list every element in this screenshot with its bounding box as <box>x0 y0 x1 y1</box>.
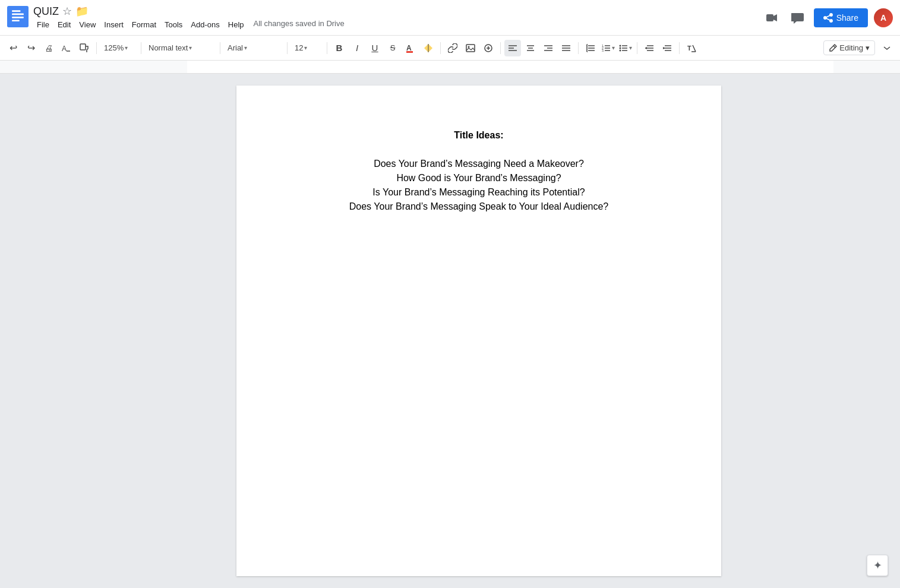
title-lines: Does Your Brand’s Messaging Need a Makeo… <box>293 157 664 214</box>
menu-addons[interactable]: Add-ons <box>187 19 223 30</box>
svg-rect-2 <box>12 13 24 15</box>
edit-pencil-icon <box>829 44 837 52</box>
print-button[interactable]: 🖨 <box>40 40 57 56</box>
account-avatar[interactable]: A <box>874 8 893 27</box>
sidebar-left <box>0 74 124 588</box>
svg-rect-1 <box>12 10 20 12</box>
sep-8 <box>578 42 579 54</box>
svg-rect-13 <box>466 45 475 52</box>
insert-more-button[interactable] <box>480 40 497 56</box>
sep-2 <box>141 42 141 54</box>
toolbar: ↩ ↪ 🖨 A 125% ▾ Normal text ▾ Arial ▾ 12 … <box>0 36 900 61</box>
num-list-arrow: ▾ <box>612 45 615 51</box>
zoom-dropdown[interactable]: 125% ▾ <box>100 39 137 57</box>
paint-format-button[interactable] <box>76 40 93 56</box>
highlight-button[interactable] <box>420 40 437 56</box>
spellcheck-button[interactable]: A <box>58 40 75 56</box>
underline-icon: U <box>372 43 378 53</box>
align-left-button[interactable] <box>504 40 521 56</box>
page-area: Title Ideas: Does Your Brand’s Messaging… <box>124 74 833 588</box>
zoom-arrow: ▾ <box>125 45 128 51</box>
explore-button[interactable]: ✦ <box>867 555 888 576</box>
top-bar: QUIZ ☆ 📁 File Edit View Insert Format To… <box>0 0 900 36</box>
sep-3 <box>220 42 220 54</box>
comments-icon[interactable] <box>788 8 808 28</box>
share-button[interactable]: Share <box>814 8 868 27</box>
menu-tools[interactable]: Tools <box>161 19 186 30</box>
document-page[interactable]: Title Ideas: Does Your Brand’s Messaging… <box>236 86 721 576</box>
share-label: Share <box>836 13 858 23</box>
menu-view[interactable]: View <box>75 19 99 30</box>
menu-file[interactable]: File <box>33 19 53 30</box>
expand-toolbar-button[interactable] <box>879 40 895 56</box>
font-value: Arial <box>228 43 243 52</box>
svg-point-39 <box>620 45 621 46</box>
title-line-3: Is Your Brand’s Messaging Reaching its P… <box>293 185 664 200</box>
font-dropdown[interactable]: Arial ▾ <box>224 39 283 57</box>
title-ideas-heading: Title Ideas: <box>293 128 664 143</box>
undo-button[interactable]: ↩ <box>5 40 21 56</box>
sep-1 <box>96 42 97 54</box>
clear-formatting-button[interactable]: T <box>683 40 700 56</box>
doc-title[interactable]: QUIZ <box>33 5 59 18</box>
svg-line-52 <box>693 45 696 52</box>
doc-app-icon[interactable] <box>7 6 29 30</box>
doc-title-area: QUIZ ☆ 📁 File Edit View Insert Format To… <box>33 5 757 30</box>
ruler <box>0 61 900 74</box>
size-value: 12 <box>295 43 303 52</box>
justify-button[interactable] <box>558 40 574 56</box>
svg-text:A: A <box>62 45 67 53</box>
sep-7 <box>500 42 501 54</box>
bullet-list-dropdown[interactable]: ▾ <box>617 39 633 57</box>
sep-4 <box>287 42 288 54</box>
svg-rect-3 <box>12 17 24 18</box>
editing-mode-dropdown[interactable]: Editing ▾ <box>823 40 875 55</box>
align-center-button[interactable] <box>522 40 539 56</box>
menu-help[interactable]: Help <box>225 19 248 30</box>
italic-button[interactable]: I <box>349 40 365 56</box>
svg-text:T: T <box>687 45 691 52</box>
text-color-button[interactable]: A <box>402 40 419 56</box>
numbered-list-dropdown[interactable]: 1.2.3. ▾ <box>600 39 616 57</box>
bold-button[interactable]: B <box>331 40 348 56</box>
page-content: Title Ideas: Does Your Brand’s Messaging… <box>293 128 664 214</box>
svg-marker-6 <box>773 14 777 21</box>
svg-point-14 <box>468 46 470 48</box>
line-spacing-button[interactable] <box>582 40 599 56</box>
save-status: All changes saved in Drive <box>254 19 345 30</box>
sep-10 <box>679 42 680 54</box>
style-arrow: ▾ <box>189 45 192 51</box>
bullet-list-arrow: ▾ <box>629 45 632 51</box>
ruler-white-area <box>187 61 833 73</box>
link-button[interactable] <box>444 40 461 56</box>
decrease-indent-button[interactable] <box>641 40 658 56</box>
menu-bar: File Edit View Insert Format Tools Add-o… <box>33 19 757 30</box>
menu-format[interactable]: Format <box>128 19 160 30</box>
meet-icon[interactable] <box>762 8 782 28</box>
star-icon[interactable]: ☆ <box>62 5 72 18</box>
sep-9 <box>637 42 637 54</box>
font-size-dropdown[interactable]: 12 ▾ <box>291 39 323 57</box>
align-right-button[interactable] <box>540 40 557 56</box>
menu-insert[interactable]: Insert <box>100 19 127 30</box>
image-button[interactable] <box>462 40 479 56</box>
size-arrow: ▾ <box>304 45 307 51</box>
title-line-1: Does Your Brand’s Messaging Need a Makeo… <box>293 157 664 171</box>
redo-button[interactable]: ↪ <box>23 40 39 56</box>
folder-icon[interactable]: 📁 <box>75 5 89 18</box>
editing-label: Editing <box>839 43 863 52</box>
menu-edit[interactable]: Edit <box>54 19 74 30</box>
svg-point-41 <box>620 47 621 49</box>
svg-rect-10 <box>406 51 413 53</box>
sep-5 <box>327 42 327 54</box>
svg-line-54 <box>833 46 835 48</box>
sep-6 <box>440 42 441 54</box>
main-area: Title Ideas: Does Your Brand’s Messaging… <box>0 74 900 588</box>
svg-rect-8 <box>80 44 86 50</box>
underline-button[interactable]: U <box>367 40 383 56</box>
style-dropdown[interactable]: Normal text ▾ <box>145 39 216 57</box>
increase-indent-button[interactable] <box>659 40 675 56</box>
strikethrough-button[interactable]: S <box>384 40 401 56</box>
top-right-actions: Share A <box>762 8 893 28</box>
zoom-value: 125% <box>104 43 124 52</box>
